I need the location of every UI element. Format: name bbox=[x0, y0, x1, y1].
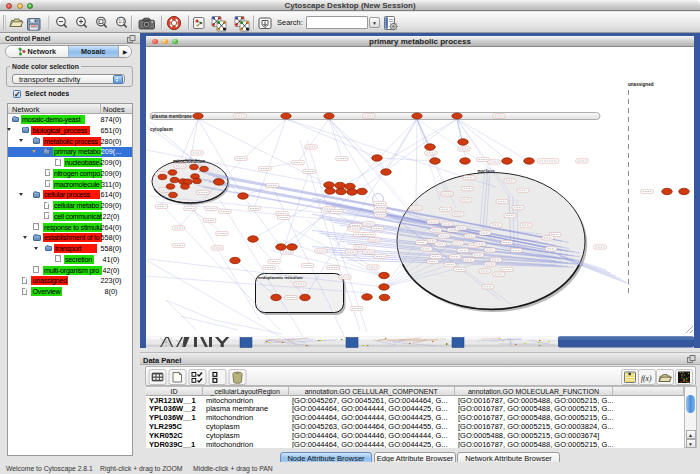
svg-text:unassigned: unassigned bbox=[628, 82, 654, 87]
svg-text:plasma membrane: plasma membrane bbox=[152, 114, 193, 119]
svg-text:f(x): f(x) bbox=[641, 374, 652, 383]
svg-text:nucleus: nucleus bbox=[478, 169, 496, 174]
svg-text:mitochondrion: mitochondrion bbox=[173, 159, 205, 164]
svg-text:cytoplasm: cytoplasm bbox=[150, 127, 173, 132]
svg-text:endoplasmic reticulum: endoplasmic reticulum bbox=[258, 275, 303, 280]
svg-text:1:1: 1:1 bbox=[119, 19, 126, 24]
